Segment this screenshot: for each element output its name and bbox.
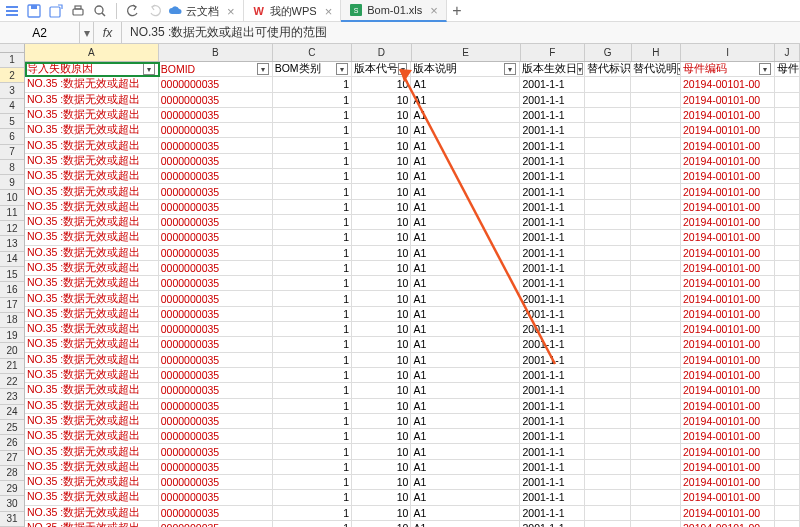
filter-dropdown-icon[interactable]: ▾ <box>759 63 771 75</box>
row-header[interactable]: 8 <box>0 160 24 175</box>
cell[interactable]: 20194-00101-00 <box>681 521 775 527</box>
cell[interactable]: 10 <box>352 506 411 521</box>
row-header[interactable]: 7 <box>0 145 24 160</box>
cell[interactable] <box>775 276 800 291</box>
cell[interactable]: 1 <box>273 215 352 230</box>
cell[interactable]: NO.35 :数据无效或超出 <box>25 506 159 521</box>
cell[interactable]: A1 <box>411 307 520 322</box>
col-header-I[interactable]: I <box>681 44 775 61</box>
filter-dropdown-icon[interactable]: ▾ <box>257 63 269 75</box>
cell[interactable]: 1 <box>273 154 352 169</box>
cell[interactable]: 0000000035 <box>159 108 273 123</box>
cell[interactable] <box>585 429 632 444</box>
cell[interactable]: 10 <box>352 521 411 527</box>
cell[interactable]: 0000000035 <box>159 383 273 398</box>
cell[interactable]: 0000000035 <box>159 276 273 291</box>
cell[interactable]: NO.35 :数据无效或超出 <box>25 169 159 184</box>
cell[interactable] <box>585 475 632 490</box>
cell[interactable]: 20194-00101-00 <box>681 444 775 459</box>
cell[interactable]: 10 <box>352 138 411 153</box>
cell[interactable]: 0000000035 <box>159 123 273 138</box>
cell[interactable]: NO.35 :数据无效或超出 <box>25 291 159 306</box>
cell[interactable]: 2001-1-1 <box>520 307 584 322</box>
cell[interactable]: 2001-1-1 <box>520 77 584 92</box>
col-header-D[interactable]: D <box>352 44 411 61</box>
cell[interactable]: 2001-1-1 <box>520 414 584 429</box>
cell[interactable]: 2001-1-1 <box>520 169 584 184</box>
close-icon[interactable]: × <box>325 4 333 19</box>
cell[interactable] <box>631 399 681 414</box>
cell[interactable]: NO.35 :数据无效或超出 <box>25 276 159 291</box>
col-header-B[interactable]: B <box>159 44 273 61</box>
cell[interactable]: NO.35 :数据无效或超出 <box>25 123 159 138</box>
cell[interactable] <box>631 307 681 322</box>
cell[interactable] <box>585 154 632 169</box>
cell[interactable]: A1 <box>411 337 520 352</box>
cell[interactable]: 10 <box>352 353 411 368</box>
row-header[interactable]: 10 <box>0 190 24 205</box>
cell[interactable]: 1 <box>273 261 352 276</box>
cell[interactable]: NO.35 :数据无效或超出 <box>25 93 159 108</box>
col-header-E[interactable]: E <box>412 44 521 61</box>
cell[interactable]: NO.35 :数据无效或超出 <box>25 322 159 337</box>
cell[interactable]: 0000000035 <box>159 414 273 429</box>
cell[interactable]: 20194-00101-00 <box>681 230 775 245</box>
cell[interactable] <box>631 291 681 306</box>
cell[interactable] <box>631 276 681 291</box>
cell[interactable] <box>585 337 632 352</box>
save-icon[interactable] <box>26 3 42 19</box>
cell[interactable]: NO.35 :数据无效或超出 <box>25 200 159 215</box>
row-header[interactable]: 27 <box>0 451 24 466</box>
cell[interactable]: NO.35 :数据无效或超出 <box>25 521 159 527</box>
cell[interactable]: 20194-00101-00 <box>681 506 775 521</box>
row-header[interactable]: 6 <box>0 129 24 144</box>
header-cell[interactable]: 版本代号▾ <box>352 62 411 77</box>
cell[interactable]: 1 <box>273 276 352 291</box>
cell[interactable]: 20194-00101-00 <box>681 123 775 138</box>
cell[interactable] <box>631 246 681 261</box>
cell[interactable]: 0000000035 <box>159 246 273 261</box>
row-header[interactable]: 23 <box>0 389 24 404</box>
cell[interactable] <box>585 291 632 306</box>
cell[interactable]: 1 <box>273 383 352 398</box>
cell[interactable] <box>585 399 632 414</box>
cell[interactable]: 20194-00101-00 <box>681 215 775 230</box>
cell[interactable] <box>631 154 681 169</box>
row-header[interactable]: 13 <box>0 236 24 251</box>
cell[interactable] <box>775 368 800 383</box>
cell[interactable]: 10 <box>352 154 411 169</box>
cell[interactable]: NO.35 :数据无效或超出 <box>25 77 159 92</box>
cell[interactable]: 1 <box>273 506 352 521</box>
cell[interactable] <box>775 337 800 352</box>
cell[interactable]: 20194-00101-00 <box>681 169 775 184</box>
cell[interactable]: 1 <box>273 429 352 444</box>
tab-0[interactable]: 云文档× <box>160 0 244 22</box>
cell[interactable]: 1 <box>273 337 352 352</box>
cell[interactable]: 0000000035 <box>159 429 273 444</box>
cell[interactable]: 1 <box>273 77 352 92</box>
cell[interactable] <box>631 261 681 276</box>
cell[interactable]: 2001-1-1 <box>520 460 584 475</box>
cell[interactable]: 2001-1-1 <box>520 444 584 459</box>
row-header[interactable]: 16 <box>0 282 24 297</box>
cell[interactable] <box>585 200 632 215</box>
cell[interactable]: A1 <box>411 322 520 337</box>
row-header[interactable]: 12 <box>0 221 24 236</box>
cell[interactable] <box>631 123 681 138</box>
filter-dropdown-icon[interactable]: ▾ <box>336 63 348 75</box>
cell[interactable]: 10 <box>352 230 411 245</box>
cell[interactable]: 10 <box>352 460 411 475</box>
cell[interactable] <box>775 246 800 261</box>
cell[interactable]: 1 <box>273 521 352 527</box>
cell[interactable]: 20194-00101-00 <box>681 200 775 215</box>
cell[interactable]: 0000000035 <box>159 521 273 527</box>
cell[interactable]: 2001-1-1 <box>520 429 584 444</box>
cell[interactable]: 0000000035 <box>159 399 273 414</box>
row-header[interactable]: 28 <box>0 466 24 481</box>
row-header[interactable]: 24 <box>0 405 24 420</box>
cell[interactable]: 2001-1-1 <box>520 93 584 108</box>
cell[interactable]: 0000000035 <box>159 169 273 184</box>
cell[interactable] <box>585 184 632 199</box>
cell[interactable]: A1 <box>411 383 520 398</box>
cell[interactable] <box>775 200 800 215</box>
